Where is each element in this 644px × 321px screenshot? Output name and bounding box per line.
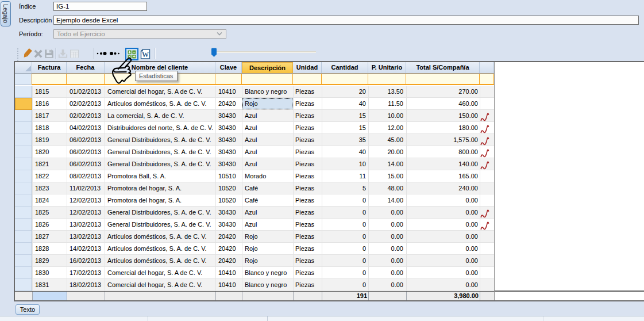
svg-text:W: W xyxy=(142,51,149,59)
